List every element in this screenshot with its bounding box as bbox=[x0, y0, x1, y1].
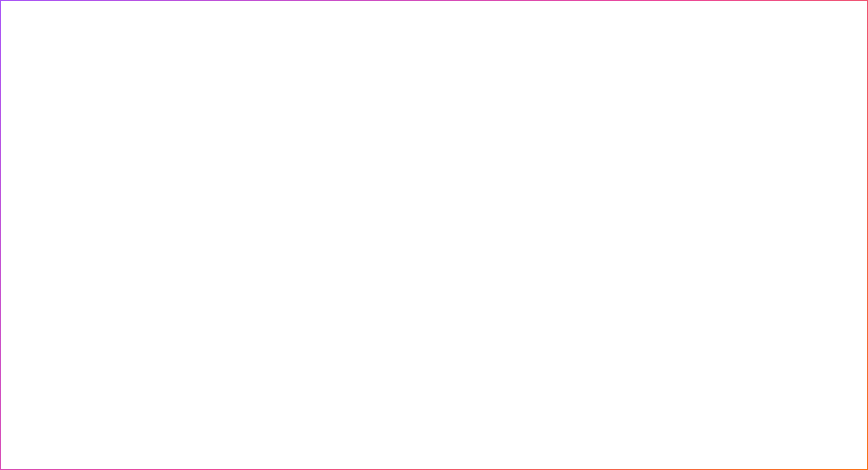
search-bar[interactable]: 🔍 Search bbox=[714, 6, 788, 19]
status-icon: ⊞ bbox=[40, 33, 44, 38]
app-logo-icon bbox=[10, 6, 22, 19]
avatar-img-user-testing: UT bbox=[119, 158, 130, 168]
create-card-avatar-inprogress bbox=[255, 73, 265, 83]
column-header-unstarted: Unstarted ↔ ⋮ bbox=[10, 53, 136, 61]
card-title-q2ads: Q2 Ads bbox=[287, 152, 400, 159]
column-resize-icon-inprogress[interactable]: ↔ bbox=[256, 54, 261, 60]
task-card-campaign-landing[interactable]: Marketing Campaign landing page CL bbox=[280, 93, 406, 135]
column-menu-icon-indevelopment[interactable]: ⋮ bbox=[399, 53, 406, 61]
help-button[interactable]: ? bbox=[845, 6, 858, 19]
comment-icon-refine[interactable]: 💬 bbox=[152, 166, 160, 173]
user-avatar-header[interactable]: JD bbox=[828, 6, 841, 19]
column-header-complete: Complete ↔ ⋮ bbox=[415, 53, 540, 61]
column-inprogress: In Progress ↔ ⋮ Create new action Produc… bbox=[145, 53, 271, 459]
tab-list[interactable]: ☰ List bbox=[10, 30, 34, 43]
card-avatar-video: VP bbox=[255, 119, 265, 129]
create-card-unstarted[interactable]: Create new action bbox=[10, 67, 136, 89]
column-header-indevelopment: In development ↔ ⋮ bbox=[280, 53, 406, 61]
avatar-img-q2ads: QA bbox=[390, 164, 400, 174]
column-resize-icon-indevelopment[interactable]: ↔ bbox=[391, 54, 396, 60]
tab-bar: ☰ List ⊞ Status ⋮ 🗓 Calendar + bbox=[1, 25, 867, 43]
card-footer-define-goals: DG bbox=[422, 119, 535, 129]
card-avatar-moodboard: CM bbox=[525, 164, 535, 174]
avatar-img-moodboard: CM bbox=[525, 164, 535, 174]
card-icons-left-research: 💬 📎 bbox=[422, 211, 440, 219]
attach-icon-refine[interactable]: 📎 bbox=[162, 166, 170, 173]
avatar-img-launch: LP bbox=[120, 115, 130, 125]
card-footer-q2ads: 💬 📎 QA bbox=[287, 164, 400, 174]
card-avatar-define-goals: DG bbox=[525, 119, 535, 129]
tab-status-options-icon[interactable]: ⋮ bbox=[63, 33, 71, 39]
card-avatar-q2ads: QA bbox=[390, 164, 400, 174]
card-avatar-campaign: CL bbox=[390, 119, 400, 129]
card-footer-moodboard: 📎 CM bbox=[422, 164, 535, 174]
column-title-indevelopment: In development bbox=[288, 54, 387, 60]
column-menu-icon-unstarted[interactable]: ⋮ bbox=[130, 53, 136, 61]
comment-icon-video[interactable]: 💬 bbox=[152, 120, 160, 128]
app-title: Design bbox=[26, 8, 51, 17]
card-category-q2ads: Marketing bbox=[287, 145, 400, 150]
create-card-inprogress[interactable]: Create new action bbox=[145, 67, 271, 89]
avatar-img-research: RA bbox=[525, 210, 535, 220]
task-card-q2ads[interactable]: Marketing Q2 Ads 💬 📎 QA bbox=[280, 139, 406, 180]
task-avatar-user-testing: UT bbox=[119, 158, 130, 168]
tab-calendar-label: Calendar bbox=[88, 33, 109, 39]
list-icon: ☰ bbox=[15, 33, 19, 38]
create-card-text-unstarted: Create new action bbox=[16, 75, 57, 81]
create-card-avatar-unstarted bbox=[120, 73, 130, 83]
column-menu-icon-complete[interactable]: ⋮ bbox=[534, 53, 540, 61]
task-title-launch: Launch final product bbox=[16, 100, 130, 107]
column-unstarted: Unstarted ↔ ⋮ Create new action Launch f… bbox=[10, 53, 136, 459]
column-resize-icon-unstarted[interactable]: ↔ bbox=[121, 54, 126, 60]
task-footer-launch: LP bbox=[16, 115, 130, 125]
task-card-refine-designs[interactable]: Production Refine designs from feedback … bbox=[145, 139, 271, 180]
task-avatar-launch: LP bbox=[120, 115, 130, 125]
comment-icon-q2ads[interactable]: 💬 bbox=[287, 166, 295, 173]
task-card-research-audience[interactable]: Production Research audience 💬 📎 RA bbox=[415, 184, 540, 226]
task-card-launch-final-product[interactable]: Launch final product LP bbox=[10, 93, 136, 132]
card-category-refine: Production bbox=[152, 145, 265, 150]
column-title-unstarted: Unstarted bbox=[18, 54, 117, 60]
create-card-text-complete: Create new action bbox=[421, 75, 462, 81]
column-indevelopment: In development ↔ ⋮ Create new action Mar… bbox=[280, 53, 406, 459]
app-header: Design 🔍 Search ⊕ New JD ? bbox=[1, 1, 867, 25]
new-button[interactable]: ⊕ New bbox=[792, 5, 824, 20]
column-header-inprogress: In Progress ↔ ⋮ bbox=[145, 53, 271, 61]
card-title-moodboard: Create moodboard bbox=[422, 152, 535, 159]
header-left: Design bbox=[10, 6, 51, 19]
avatar-img-video: VP bbox=[255, 119, 265, 129]
search-placeholder-text: Search bbox=[728, 10, 745, 16]
create-card-complete[interactable]: Create new action bbox=[415, 67, 540, 89]
card-title-campaign: Campaign landing page bbox=[287, 106, 400, 113]
attach-icon-moodboard[interactable]: 📎 bbox=[422, 166, 430, 173]
attach-icon-research[interactable]: 📎 bbox=[432, 211, 440, 219]
status-dot-complete bbox=[415, 55, 419, 59]
task-card-user-testing[interactable]: User testing and feedback UT bbox=[10, 136, 136, 175]
status-dot-unstarted bbox=[10, 55, 14, 59]
tab-status[interactable]: ⊞ Status ⋮ bbox=[35, 29, 76, 43]
attach-icon-video[interactable]: 📎 bbox=[162, 120, 170, 128]
tab-status-label: Status bbox=[46, 33, 61, 39]
card-title-refine: Refine designs from feedback bbox=[152, 152, 265, 159]
kanban-board: Unstarted ↔ ⋮ Create new action Launch f… bbox=[1, 43, 867, 469]
column-menu-icon-inprogress[interactable]: ⋮ bbox=[264, 53, 271, 61]
search-icon: 🔍 bbox=[719, 10, 726, 16]
card-category-campaign: Marketing bbox=[287, 99, 400, 104]
tab-add-button[interactable]: + bbox=[115, 29, 124, 43]
task-card-create-moodboard[interactable]: Marketing Create moodboard 📎 CM bbox=[415, 139, 540, 180]
attach-icon-q2ads[interactable]: 📎 bbox=[297, 166, 305, 173]
tab-calendar[interactable]: 🗓 Calendar bbox=[77, 30, 114, 43]
calendar-icon: 🗓 bbox=[82, 33, 86, 38]
task-card-video-production[interactable]: Production Video production 💬 📎 VP bbox=[145, 93, 271, 135]
card-icons-left-q2ads: 💬 📎 bbox=[287, 166, 305, 173]
comment-icon-research[interactable]: 💬 bbox=[422, 211, 430, 219]
create-card-indevelopment[interactable]: Create new action bbox=[280, 67, 406, 89]
card-icons-left-video: 💬 📎 bbox=[152, 120, 170, 128]
card-category-moodboard: Marketing bbox=[422, 145, 535, 150]
card-footer-video: 💬 📎 VP bbox=[152, 119, 265, 129]
column-resize-icon-complete[interactable]: ↔ bbox=[526, 54, 531, 60]
card-category-define-goals: Marketing bbox=[422, 99, 535, 104]
new-button-plus-icon: ⊕ bbox=[799, 9, 804, 16]
task-title-user-testing: User testing and feedback bbox=[16, 143, 130, 150]
task-card-define-goals[interactable]: Marketing Define project goals DG bbox=[415, 93, 540, 135]
